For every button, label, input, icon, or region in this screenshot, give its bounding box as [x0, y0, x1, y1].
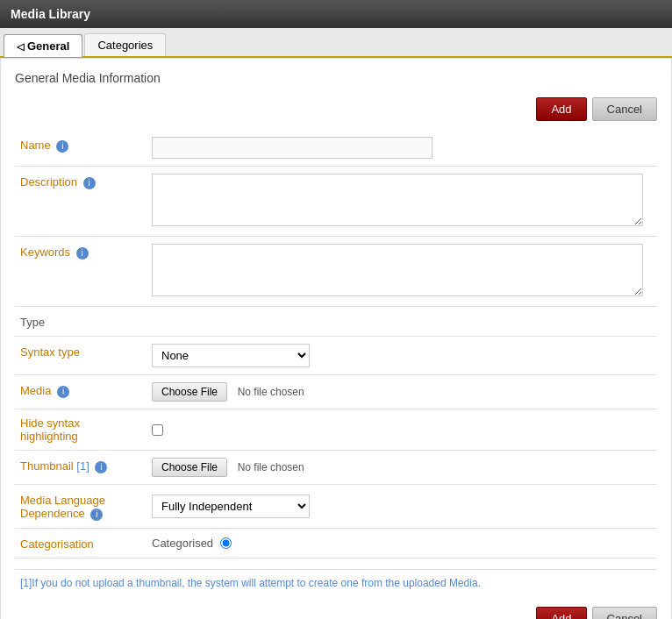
media-label: Media [20, 384, 51, 397]
type-row: Type [15, 307, 657, 337]
title-bar: Media Library [0, 0, 672, 28]
media-language-select[interactable]: Fully Independent Language Dependent [152, 494, 310, 518]
content-area: General Media Information Add Cancel Nam… [0, 58, 672, 619]
media-language-info-icon[interactable]: i [90, 509, 103, 521]
media-row: Media i Choose File No file chosen [15, 375, 657, 409]
name-info-icon[interactable]: i [56, 140, 68, 153]
name-label: Name [20, 139, 51, 152]
thumbnail-row: Thumbnail [1] i Choose File No file chos… [15, 451, 657, 485]
footnote: [1]If you do not upload a thumbnail, the… [15, 569, 657, 596]
syntax-type-select[interactable]: None [152, 344, 310, 367]
syntax-type-label: Syntax type [20, 345, 80, 359]
keywords-input[interactable] [152, 244, 643, 296]
tab-general[interactable]: ◁General [4, 34, 82, 57]
categorisation-label: Categorisation [20, 537, 94, 551]
thumbnail-info-icon[interactable]: i [95, 461, 107, 473]
tab-categories[interactable]: Categories [84, 33, 166, 56]
name-input[interactable] [152, 137, 433, 159]
keywords-label: Keywords [20, 245, 70, 259]
description-info-icon[interactable]: i [83, 177, 96, 189]
add-button-bottom[interactable]: Add [536, 607, 586, 619]
media-no-file-text: No file chosen [238, 386, 304, 398]
media-choose-file-button[interactable]: Choose File [152, 382, 227, 402]
description-label: Description [20, 175, 77, 189]
hide-syntax-label: Hide syntaxhighlighting [20, 416, 80, 443]
hide-syntax-checkbox[interactable] [152, 424, 163, 436]
thumbnail-label: Thumbnail [1] [20, 459, 89, 473]
btn-row-top: Add Cancel [15, 97, 657, 121]
categorisation-radio[interactable] [220, 537, 232, 549]
description-row: Description i [15, 167, 657, 237]
description-input[interactable] [152, 174, 643, 226]
cancel-button-bottom[interactable]: Cancel [592, 607, 657, 619]
thumbnail-choose-file-button[interactable]: Choose File [152, 458, 227, 477]
syntax-type-row: Syntax type None [15, 337, 657, 375]
keywords-row: Keywords i [15, 237, 657, 307]
btn-row-bottom: Add Cancel [15, 607, 657, 619]
categorisation-row: Categorisation Categorised [15, 529, 657, 559]
categorised-text: Categorised [152, 537, 213, 550]
name-row: Name i [15, 130, 657, 167]
media-info-icon[interactable]: i [57, 386, 69, 398]
form-table: Name i Description i Key [15, 130, 657, 559]
title-text: Media Library [11, 7, 90, 21]
cancel-button-top[interactable]: Cancel [592, 97, 657, 121]
keywords-info-icon[interactable]: i [76, 247, 89, 260]
type-label: Type [20, 307, 45, 329]
tabs-row: ◁General Categories [0, 28, 672, 58]
thumbnail-no-file-text: No file chosen [238, 461, 304, 473]
add-button-top[interactable]: Add [536, 97, 586, 121]
media-language-row: Media LanguageDependence i Fully Indepen… [15, 485, 657, 529]
section-title: General Media Information [15, 71, 657, 85]
tab-icon-general: ◁ [17, 41, 24, 52]
hide-syntax-row: Hide syntaxhighlighting [15, 409, 657, 451]
